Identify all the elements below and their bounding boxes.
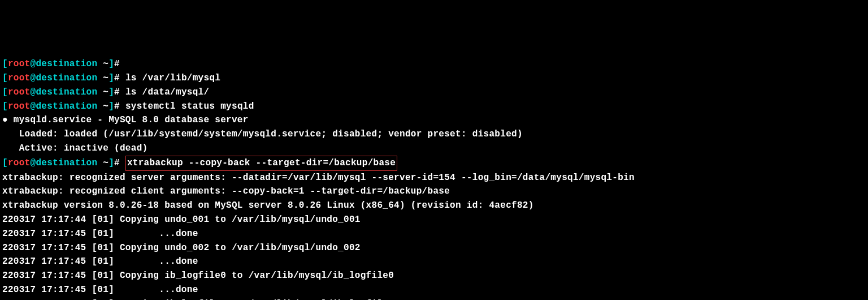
highlighted-command: xtrabackup --copy-back --target-dir=/bac… xyxy=(125,156,397,171)
output-line: 220317 17:17:45 [01] ...done xyxy=(2,255,866,269)
prompt-line: [root@destination ~]# xyxy=(2,57,866,71)
output-line: 220317 17:17:44 [01] Copying undo_001 to… xyxy=(2,213,866,227)
output-line: 220317 17:17:45 [01] ...done xyxy=(2,283,866,297)
status-active: Active: inactive (dead) xyxy=(2,142,866,156)
prompt-line: [root@destination ~]# ls /data/mysql/ xyxy=(2,85,866,100)
output-line: 220317 17:17:45 [01] ...done xyxy=(2,227,866,241)
output-line: 220317 17:17:45 [01] Copying ib_logfile1… xyxy=(2,297,866,300)
output-line: xtrabackup: recognized client arguments:… xyxy=(2,185,866,199)
output-line: 220317 17:17:45 [01] Copying ib_logfile0… xyxy=(2,269,866,283)
command-text: ls /var/lib/mysql xyxy=(125,73,220,83)
command-text: systemctl status mysqld xyxy=(125,101,254,112)
terminal-output[interactable]: [root@destination ~]# [root@destination … xyxy=(2,57,866,300)
output-line: xtrabackup version 8.0.26-18 based on My… xyxy=(2,199,866,213)
command-text: ls /data/mysql/ xyxy=(125,87,210,97)
status-loaded: Loaded: loaded (/usr/lib/systemd/system/… xyxy=(2,127,866,142)
output-line: 220317 17:17:45 [01] Copying undo_002 to… xyxy=(2,241,866,255)
prompt-line: [root@destination ~]# ls /var/lib/mysql xyxy=(2,71,866,85)
prompt-line: [root@destination ~]# systemctl status m… xyxy=(2,100,866,114)
status-unit: ● mysqld.service - MySQL 8.0 database se… xyxy=(2,113,866,127)
output-line: xtrabackup: recognized server arguments:… xyxy=(2,171,866,185)
prompt-line: [root@destination ~]# xtrabackup --copy-… xyxy=(2,156,866,171)
